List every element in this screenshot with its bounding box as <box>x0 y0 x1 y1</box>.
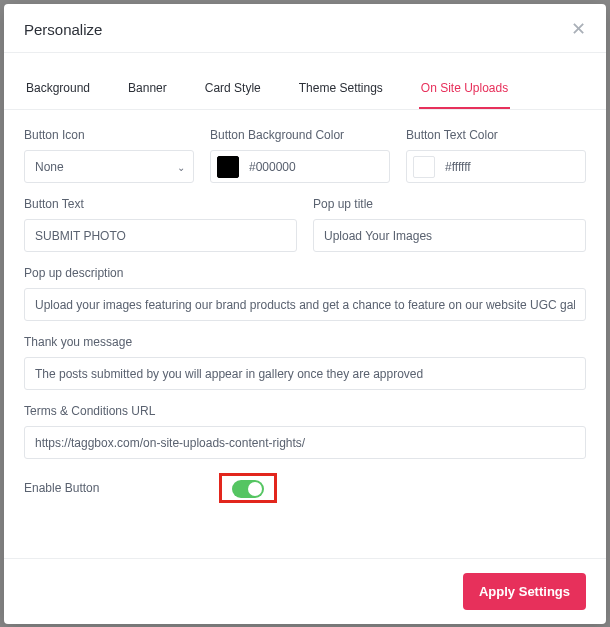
personalize-modal: Personalize ✕ Background Banner Card Sty… <box>4 4 606 624</box>
enable-button-toggle[interactable] <box>232 480 264 498</box>
text-color-value: #ffffff <box>445 160 471 174</box>
thank-you-input[interactable] <box>24 357 586 390</box>
thank-you-label: Thank you message <box>24 335 586 349</box>
modal-footer: Apply Settings <box>4 558 606 624</box>
terms-url-input[interactable] <box>24 426 586 459</box>
popup-title-label: Pop up title <box>313 197 586 211</box>
button-bg-color-label: Button Background Color <box>210 128 390 142</box>
tabs: Background Banner Card Style Theme Setti… <box>4 71 606 110</box>
enable-button-highlight <box>219 473 277 503</box>
bg-color-swatch <box>217 156 239 178</box>
button-bg-color-input[interactable]: #000000 <box>210 150 390 183</box>
button-icon-label: Button Icon <box>24 128 194 142</box>
button-text-color-input[interactable]: #ffffff <box>406 150 586 183</box>
bg-color-value: #000000 <box>249 160 296 174</box>
popup-description-input[interactable] <box>24 288 586 321</box>
tab-banner[interactable]: Banner <box>126 71 169 109</box>
close-button[interactable]: ✕ <box>571 20 586 38</box>
apply-settings-button[interactable]: Apply Settings <box>463 573 586 610</box>
tab-background[interactable]: Background <box>24 71 92 109</box>
enable-button-label: Enable Button <box>24 481 99 495</box>
terms-url-label: Terms & Conditions URL <box>24 404 586 418</box>
tab-on-site-uploads[interactable]: On Site Uploads <box>419 71 510 109</box>
toggle-knob <box>248 482 262 496</box>
modal-title: Personalize <box>24 21 102 38</box>
button-text-input[interactable] <box>24 219 297 252</box>
text-color-swatch <box>413 156 435 178</box>
button-text-color-label: Button Text Color <box>406 128 586 142</box>
button-text-label: Button Text <box>24 197 297 211</box>
tab-card-style[interactable]: Card Style <box>203 71 263 109</box>
popup-title-input[interactable] <box>313 219 586 252</box>
button-icon-select[interactable] <box>24 150 194 183</box>
modal-header: Personalize ✕ <box>4 4 606 53</box>
form-body: Button Icon ⌄ Button Background Color #0… <box>4 110 606 558</box>
close-icon: ✕ <box>571 19 586 39</box>
tab-theme-settings[interactable]: Theme Settings <box>297 71 385 109</box>
popup-description-label: Pop up description <box>24 266 586 280</box>
